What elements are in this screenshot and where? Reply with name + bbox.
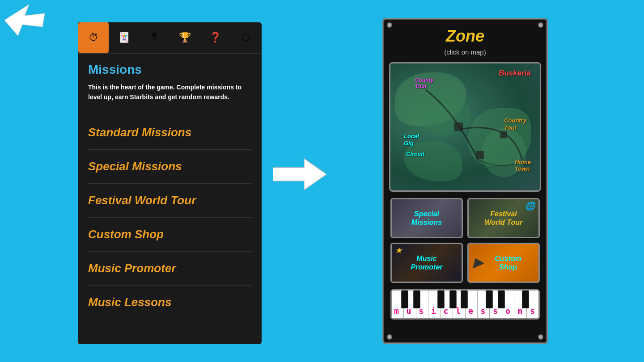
custom-shop-label: CustomShop [495, 254, 521, 271]
festival-world-tour-label: FestivalWorld Tour [485, 210, 522, 227]
pointer-arrow [4, 4, 45, 36]
star-icon: ★ [395, 246, 402, 255]
menu-item-festival-world-tour[interactable]: Festival World Tour [88, 184, 252, 218]
svg-rect-3 [476, 151, 484, 159]
map-label-county-tour: CountyTour [415, 77, 433, 90]
tab-trophy[interactable]: 🏆 [169, 22, 200, 53]
menu-item-music-lessons[interactable]: Music Lessons [88, 286, 252, 319]
left-panel-content: Missions This is the heart of the game. … [78, 54, 262, 344]
zone-subtitle: (click on map) [444, 48, 486, 56]
custom-shop-arrow-icon: ▶ [473, 255, 483, 270]
tab-help[interactable]: ❓ [200, 22, 230, 53]
corner-bolt-bl [387, 334, 392, 340]
menu-item-standard-missions[interactable]: Standard Missions [88, 116, 252, 150]
tab-medal[interactable]: 🎖 [139, 22, 169, 53]
custom-shop-button[interactable]: ▶ CustomShop [467, 243, 540, 283]
music-lessons-button[interactable]: m u s i c l e s s o n s [390, 289, 540, 320]
music-promoter-label: MusicPromoter [411, 254, 442, 271]
map-label-buskeria: Buskeria [499, 69, 531, 78]
corner-bolt-tr [538, 22, 543, 28]
tab-cards[interactable]: 🃏 [109, 22, 139, 53]
map-label-country-tour: CountryTour [504, 117, 526, 131]
menu-item-music-promoter[interactable]: Music Promoter [88, 252, 252, 286]
svg-marker-1 [273, 159, 326, 190]
missions-title: Missions [88, 63, 252, 77]
mission-buttons-grid: SpecialMissions 🌐 FestivalWorld Tour ★ M… [390, 198, 540, 283]
zone-map[interactable]: Buskeria CountyTour CountryTour LocalGig… [389, 62, 541, 192]
svg-rect-4 [500, 131, 507, 139]
music-lessons-label: m u s i c l e s s o n s [392, 306, 538, 316]
tab-missions[interactable]: ⏱ [78, 22, 109, 53]
special-missions-button[interactable]: SpecialMissions [390, 198, 463, 238]
menu-item-custom-shop[interactable]: Custom Shop [88, 218, 252, 252]
missions-description: This is the heart of the game. Complete … [88, 82, 252, 102]
svg-marker-0 [4, 4, 45, 36]
right-panel: Zone (click on map) Buskeria CountyTour … [382, 18, 548, 344]
center-arrow [273, 156, 326, 192]
corner-bolt-br [538, 334, 543, 340]
left-panel: ⏱ 🃏 🎖 🏆 ❓ ⬡ Missions This is the heart o… [78, 22, 262, 344]
menu-item-special-missions[interactable]: Special Missions [88, 150, 252, 184]
tab-hive[interactable]: ⬡ [230, 22, 261, 53]
music-promoter-button[interactable]: ★ MusicPromoter [390, 243, 463, 283]
special-missions-label: SpecialMissions [411, 210, 442, 227]
svg-rect-2 [454, 122, 463, 131]
festival-icon: 🌐 [525, 202, 535, 211]
tab-bar: ⏱ 🃏 🎖 🏆 ❓ ⬡ [78, 22, 262, 54]
corner-bolt-tl [387, 22, 392, 28]
zone-title: Zone [446, 27, 484, 46]
map-label-local-gig: LocalGig [404, 133, 419, 147]
map-label-circuit: Circuit [406, 151, 424, 158]
map-label-hometown: HomeTown [515, 159, 531, 173]
festival-world-tour-button[interactable]: 🌐 FestivalWorld Tour [467, 198, 540, 238]
